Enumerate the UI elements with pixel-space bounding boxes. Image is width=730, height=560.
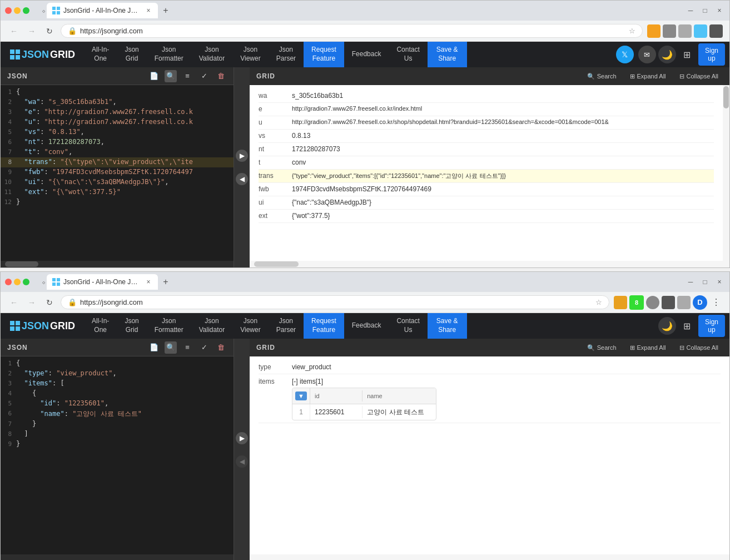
nav-contact-us-2[interactable]: ContactUs xyxy=(389,313,427,339)
sign-up-btn-1[interactable]: Signup xyxy=(698,43,725,66)
tab-1[interactable]: JsonGrid - All-In-One JSON S... × xyxy=(47,3,158,18)
theme-toggle-1[interactable]: 🌙 xyxy=(658,46,676,63)
ext-icon-cam-2[interactable] xyxy=(646,296,659,309)
win-restore-btn-2[interactable]: □ xyxy=(699,276,711,288)
ext-icon-orange-2[interactable] xyxy=(614,296,627,309)
maximize-btn-2[interactable] xyxy=(23,279,29,285)
grid-expand-btn-2[interactable]: ⊞ Expand All xyxy=(625,343,671,353)
nav-json-viewer-1[interactable]: JsonViewer xyxy=(232,42,268,67)
ext-icon-orange-1[interactable] xyxy=(647,24,661,38)
bookmark-icon-1[interactable]: ☆ xyxy=(629,27,635,35)
grid-hscroll-2[interactable] xyxy=(250,554,729,560)
json-icon-file-2[interactable]: 📄 xyxy=(148,341,160,354)
nav-json-grid-1[interactable]: JsonGrid xyxy=(117,42,146,67)
minimize-btn-2[interactable] xyxy=(14,279,21,285)
ext-icon-blue-1[interactable] xyxy=(694,24,707,38)
new-tab-btn-2[interactable]: + xyxy=(159,275,172,289)
grid-collapse-btn-1[interactable]: ⊟ Collapse All xyxy=(675,71,723,82)
win-minimize-btn-2[interactable]: ─ xyxy=(685,276,696,288)
close-btn-2[interactable] xyxy=(5,279,12,285)
back-btn-2[interactable]: ← xyxy=(7,296,21,309)
twitter-icon-1[interactable]: 𝕏 xyxy=(616,46,634,63)
close-btn-1[interactable] xyxy=(5,7,12,14)
new-tab-btn-1[interactable]: + xyxy=(159,4,172,17)
forward-btn-2[interactable]: → xyxy=(25,296,38,309)
grid-hscroll-1[interactable] xyxy=(250,261,729,267)
win-close-btn-1[interactable]: × xyxy=(714,5,725,16)
nav-json-viewer-2[interactable]: JsonViewer xyxy=(232,313,268,339)
theme-toggle-2[interactable]: 🌙 xyxy=(658,317,676,335)
json-hscroll-2[interactable] xyxy=(1,554,234,560)
url-bar-1[interactable]: 🔒 https://jsongrid.com ☆ xyxy=(61,24,643,38)
grid-search-btn-2[interactable]: 🔍 Search xyxy=(583,343,621,353)
nav-json-formatter-2[interactable]: JsonFormatter xyxy=(147,313,191,339)
ext-icon-light-1[interactable] xyxy=(678,24,692,38)
nav-json-parser-2[interactable]: JsonParser xyxy=(269,313,304,339)
nav-save-share-2[interactable]: Save &Share xyxy=(428,313,467,339)
ext-icon-green-2[interactable]: 8 xyxy=(629,295,644,310)
expand-icon-2[interactable]: ⊞ xyxy=(678,317,696,335)
nav-json-validator-2[interactable]: JsonValidator xyxy=(191,313,232,339)
nav-all-in-one-1[interactable]: All-In-One xyxy=(84,42,117,67)
expand-icon-1[interactable]: ⊞ xyxy=(678,46,696,63)
grid-collapse-btn-2[interactable]: ⊟ Collapse All xyxy=(675,343,723,353)
arrow-left-btn-2[interactable]: ◀ xyxy=(236,455,248,468)
arrow-left-btn-1[interactable]: ◀ xyxy=(236,173,248,185)
tab-list-icon-2[interactable]: ⬦ xyxy=(42,278,46,286)
bookmark-icon-2[interactable]: ☆ xyxy=(595,298,602,306)
json-icon-check-1[interactable]: ✓ xyxy=(198,70,210,82)
nav-feedback-1[interactable]: Feedback xyxy=(344,42,389,67)
ext-icon-dark-1[interactable] xyxy=(709,24,723,38)
nav-all-in-one-2[interactable]: All-In-One xyxy=(84,313,117,339)
grid-vscroll-1[interactable] xyxy=(723,85,729,261)
win-restore-btn-1[interactable]: □ xyxy=(699,5,711,16)
json-hscroll-1[interactable] xyxy=(1,261,234,267)
ext-icon-puzzle-2[interactable] xyxy=(677,296,691,309)
json-icon-delete-1[interactable]: 🗑 xyxy=(215,70,227,82)
nav-request-feature-2[interactable]: RequestFeature xyxy=(304,313,344,339)
nav-json-validator-1[interactable]: JsonValidator xyxy=(191,42,232,67)
tab-2[interactable]: JsonGrid - All-In-One JSON S... × xyxy=(47,274,158,290)
json-icon-check-2[interactable]: ✓ xyxy=(198,341,210,354)
email-icon-1[interactable]: ✉ xyxy=(638,46,656,63)
json-line-7: 7 "t": "conv", xyxy=(1,147,234,157)
ext-icon-user-2[interactable]: D xyxy=(693,295,707,310)
json-icon-format-2[interactable]: ≡ xyxy=(181,341,193,354)
back-btn-1[interactable]: ← xyxy=(7,24,21,38)
nav-save-share-1[interactable]: Save &Share xyxy=(428,42,467,67)
url-bar-2[interactable]: 🔒 https://jsongrid.com ☆ xyxy=(61,295,609,309)
sign-up-btn-2[interactable]: Signup xyxy=(698,315,725,337)
json-icon-search-2[interactable]: 🔍 xyxy=(165,341,177,354)
filter-icon-2[interactable]: ▼ xyxy=(292,388,310,404)
more-menu-btn-2[interactable]: ⋮ xyxy=(709,296,723,309)
json-icon-search-1[interactable]: 🔍 xyxy=(165,70,177,82)
grid-row-trans: trans {"type":"view_product","items":[{"… xyxy=(259,170,714,183)
maximize-btn-1[interactable] xyxy=(23,7,29,14)
json-icon-format-1[interactable]: ≡ xyxy=(181,70,193,82)
nav-contact-us-1[interactable]: ContactUs xyxy=(389,42,427,67)
tab-close-btn-2[interactable]: × xyxy=(145,278,152,286)
grid-search-btn-1[interactable]: 🔍 Search xyxy=(583,71,621,82)
nav-request-feature-1[interactable]: RequestFeature xyxy=(304,42,344,67)
nav-json-grid-2[interactable]: JsonGrid xyxy=(117,313,146,339)
nav-feedback-2[interactable]: Feedback xyxy=(344,313,389,339)
ext-icon-gray-1[interactable] xyxy=(663,24,676,38)
minimize-btn-1[interactable] xyxy=(14,7,21,14)
json-line-6: 6 "nt": 1721280287073, xyxy=(1,137,234,147)
json-icon-file-1[interactable]: 📄 xyxy=(148,70,160,82)
json-icon-delete-2[interactable]: 🗑 xyxy=(215,341,227,354)
json-line2-4: 4 { xyxy=(1,389,234,399)
forward-btn-1[interactable]: → xyxy=(25,24,38,38)
reload-btn-1[interactable]: ↻ xyxy=(43,24,56,38)
tab-close-btn-1[interactable]: × xyxy=(145,7,152,14)
reload-btn-2[interactable]: ↻ xyxy=(43,296,56,309)
grid-expand-btn-1[interactable]: ⊞ Expand All xyxy=(625,71,671,82)
nav-json-formatter-1[interactable]: JsonFormatter xyxy=(147,42,191,67)
arrow-right-btn-2[interactable]: ▶ xyxy=(236,432,248,444)
nav-json-parser-1[interactable]: JsonParser xyxy=(269,42,304,67)
win-close-btn-2[interactable]: × xyxy=(714,276,725,288)
win-minimize-btn-1[interactable]: ─ xyxy=(685,5,696,16)
tab-list-icon[interactable]: ⬦ xyxy=(42,7,46,14)
arrow-right-btn-1[interactable]: ▶ xyxy=(236,150,248,162)
ext-icon-menu-2[interactable] xyxy=(662,296,675,309)
